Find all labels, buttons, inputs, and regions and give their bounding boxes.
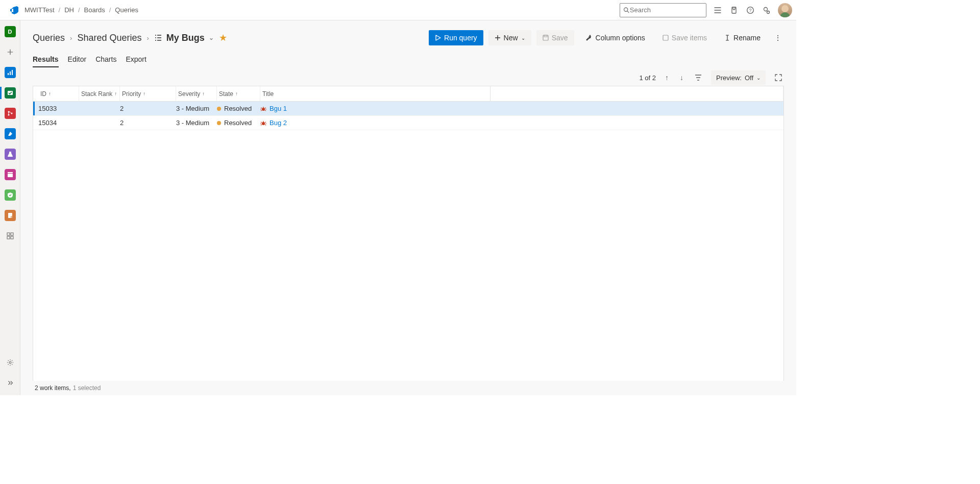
list-icon[interactable] [713,5,723,15]
sort-asc-icon: ↑ [202,91,205,96]
topbar: MWITTest / DH / Boards / Queries ? [0,0,796,20]
query-list-icon [154,34,162,42]
main: Queries › Shared Queries › My Bugs ⌄ ★ [20,20,796,395]
cell-title: Bug 2 [260,119,783,127]
svg-point-0 [624,8,628,11]
query-breadcrumb: Queries › Shared Queries › My Bugs ⌄ ★ [33,32,227,43]
settings-icon[interactable] [762,5,772,15]
svg-point-7 [767,11,770,13]
separator: / [59,6,61,14]
run-query-button[interactable]: Run query [429,30,483,45]
work-item-link[interactable]: Bgu 1 [270,105,287,112]
testplans-icon [5,149,16,160]
queries-link[interactable]: Queries [33,33,65,43]
artifacts-icon [5,169,16,180]
rename-button[interactable]: Rename [718,30,767,45]
svg-point-28 [262,122,265,125]
sidebar-artifacts[interactable] [2,166,18,183]
separator: / [78,6,80,14]
breadcrumb-org[interactable]: MWITTest [24,6,55,14]
favorite-star-icon[interactable]: ★ [219,32,227,43]
sidebar-project-settings[interactable] [2,354,18,371]
state-dot-icon [217,121,221,125]
sidebar-compliance[interactable] [2,187,18,203]
work-item-link[interactable]: Bug 2 [270,119,287,127]
chevron-down-icon[interactable]: ⌄ [209,34,214,41]
sidebar-extensions[interactable] [2,228,18,244]
bug-icon [260,120,266,126]
svg-text:?: ? [749,8,751,13]
bug-icon [260,106,266,112]
tab-results[interactable]: Results [33,52,59,67]
sidebar-repos[interactable] [2,105,18,122]
cell-severity: 3 - Medium [176,105,217,112]
svg-rect-16 [8,172,13,173]
svg-point-27 [262,108,265,111]
col-state[interactable]: State↑ [217,86,260,101]
svg-line-1 [627,11,629,12]
search-input[interactable] [620,3,706,17]
save-button: Save [536,30,574,45]
breadcrumb-project[interactable]: DH [64,6,74,14]
chevron-right-icon: › [146,34,149,42]
col-severity[interactable]: Severity↑ [176,86,217,101]
query-name[interactable]: My Bugs [166,33,205,43]
new-button[interactable]: New ⌄ [488,30,531,45]
tab-export[interactable]: Export [126,52,146,67]
tab-editor[interactable]: Editor [68,52,87,67]
plus-icon [7,49,14,56]
avatar[interactable] [778,3,792,17]
sidebar-testplans[interactable] [2,146,18,162]
sidebar-overview[interactable] [2,64,18,81]
state-dot-icon [217,107,221,111]
grid-icon [6,232,14,240]
svg-rect-26 [663,35,668,40]
tab-charts[interactable]: Charts [95,52,116,67]
sidebar-boards[interactable] [2,85,18,101]
sidebar-wiki[interactable] [2,207,18,224]
sidebar-add[interactable] [2,44,18,60]
col-title[interactable]: Title [260,86,783,101]
result-counter: 1 of 2 [640,74,656,82]
cell-priority: 2 [120,119,176,127]
table-row[interactable]: 15034 2 3 - Medium Resolved Bug 2 [33,116,783,130]
sidebar-expand[interactable] [2,375,18,391]
rename-icon [724,35,730,41]
sidebar-pipelines[interactable] [2,126,18,142]
svg-point-23 [9,361,11,364]
cell-id: 15034 [38,119,79,127]
prev-item-button[interactable]: ↑ [663,71,671,84]
preview-toggle[interactable]: Preview: Off ⌄ [711,70,766,85]
overview-icon [5,67,16,78]
shared-queries-link[interactable]: Shared Queries [77,33,141,43]
help-icon[interactable]: ? [745,5,755,15]
breadcrumb-section[interactable]: Boards [84,6,105,14]
pipelines-icon [5,128,16,139]
sort-asc-icon: ↑ [114,91,117,96]
toolbar: Run query New ⌄ Save Column options [429,30,784,45]
marketplace-icon[interactable] [729,5,739,15]
shield-icon [5,189,16,201]
col-priority[interactable]: Priority↑ [120,86,176,101]
sidebar-project[interactable]: D [2,23,18,40]
svg-rect-8 [8,73,9,75]
next-item-button[interactable]: ↓ [678,71,685,84]
more-actions-button[interactable]: ⋮ [772,34,784,42]
col-stack-rank[interactable]: Stack Rank↑ [79,86,120,101]
col-id[interactable]: ID↑ [38,86,79,101]
table-row[interactable]: 15033 2 3 - Medium Resolved Bgu 1 [33,102,783,116]
status-bar: 2 work items, 1 selected [33,381,784,395]
chevron-right-icon: › [70,34,72,42]
cell-state: Resolved [217,105,260,112]
azure-devops-logo-icon[interactable] [8,4,20,16]
column-options-button[interactable]: Column options [579,30,651,45]
breadcrumb: MWITTest / DH / Boards / Queries [24,6,138,14]
svg-rect-15 [8,174,13,177]
expand-icon [775,74,782,81]
play-icon [435,35,441,41]
selected-count: 1 selected [73,384,101,392]
breadcrumb-sub[interactable]: Queries [115,6,138,14]
fullscreen-button[interactable] [773,72,784,83]
cell-severity: 3 - Medium [176,119,217,127]
filter-button[interactable] [693,72,704,83]
